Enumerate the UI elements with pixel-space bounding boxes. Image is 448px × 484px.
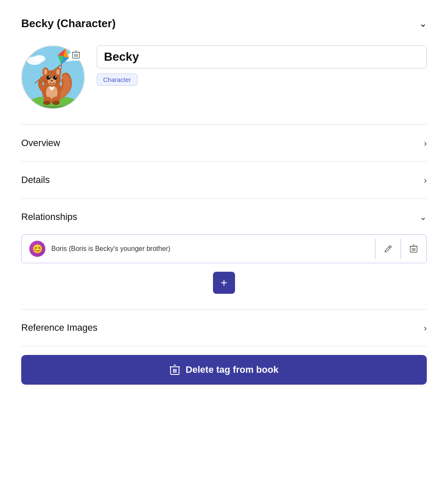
- relationship-actions: [375, 239, 426, 259]
- add-relationship-button[interactable]: +: [213, 272, 235, 294]
- relationships-section: Relationships ⌄ 😊 Boris (Boris is Becky'…: [21, 199, 427, 309]
- trash-icon: [72, 51, 80, 59]
- add-button-wrapper: +: [21, 272, 427, 294]
- relationships-chevron-down-icon: ⌄: [420, 212, 427, 222]
- svg-point-31: [43, 101, 51, 105]
- add-icon: +: [221, 276, 227, 290]
- svg-point-20: [53, 76, 57, 80]
- delete-tag-label: Delete tag from book: [186, 364, 279, 375]
- boris-avatar: 😊: [29, 241, 45, 257]
- character-info: Character: [97, 45, 427, 86]
- page-title: Becky (Character): [21, 17, 116, 30]
- svg-point-23: [50, 80, 53, 82]
- character-type-badge[interactable]: Character: [97, 73, 137, 86]
- svg-point-18: [56, 69, 60, 75]
- overview-section[interactable]: Overview ›: [21, 125, 427, 161]
- edit-relationship-button[interactable]: [375, 239, 401, 259]
- delete-tag-button[interactable]: Delete tag from book: [21, 355, 427, 385]
- relationship-item: 😊 Boris (Boris is Becky's younger brothe…: [21, 234, 427, 263]
- header: Becky (Character) ⌄: [21, 17, 427, 30]
- details-label: Details: [21, 174, 50, 186]
- delete-tag-trash-icon: [170, 364, 180, 375]
- overview-label: Overview: [21, 138, 60, 149]
- divider-reference-images: [21, 346, 427, 346]
- collapse-icon[interactable]: ⌄: [419, 18, 427, 29]
- character-name-input[interactable]: [97, 45, 427, 68]
- svg-point-2: [34, 55, 45, 62]
- overview-chevron-right-icon: ›: [424, 138, 427, 148]
- reference-images-label: Reference Images: [21, 322, 98, 333]
- svg-point-22: [55, 76, 56, 78]
- character-card: Character: [21, 45, 427, 109]
- reference-images-section[interactable]: Reference Images ›: [21, 310, 427, 346]
- svg-point-19: [46, 76, 50, 80]
- details-chevron-right-icon: ›: [424, 175, 427, 185]
- relationship-text: Boris (Boris is Becky's younger brother): [51, 245, 170, 253]
- relationships-label: Relationships: [21, 211, 77, 222]
- svg-point-17: [44, 69, 48, 75]
- relationship-main: 😊 Boris (Boris is Becky's younger brothe…: [22, 235, 375, 263]
- svg-point-28: [40, 76, 45, 81]
- reference-images-chevron-right-icon: ›: [424, 323, 427, 333]
- page-container: Becky (Character) ⌄: [0, 0, 448, 484]
- trash-relationship-icon: [410, 245, 417, 253]
- relationships-header[interactable]: Relationships ⌄: [21, 211, 427, 222]
- edit-icon: [384, 245, 392, 253]
- delete-relationship-button[interactable]: [401, 239, 426, 259]
- delete-avatar-button[interactable]: [70, 49, 81, 61]
- details-section[interactable]: Details ›: [21, 162, 427, 198]
- avatar-wrapper: [21, 45, 85, 109]
- svg-line-40: [389, 247, 390, 248]
- svg-point-21: [49, 76, 50, 78]
- svg-point-32: [52, 101, 60, 105]
- bottom-section: Delete tag from book: [21, 355, 427, 385]
